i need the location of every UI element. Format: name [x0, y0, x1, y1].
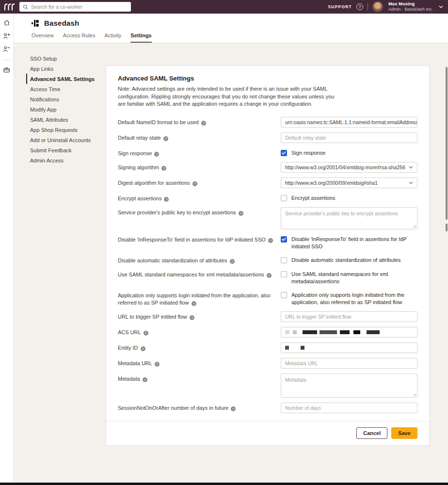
metadata-url-label: Metadata URL? — [118, 358, 167, 369]
sidebar-item-app-links[interactable]: App Links — [26, 64, 106, 74]
default-nameid-format-input[interactable]: urn:oasis:names:tc:SAML:1.1:nameid-forma… — [281, 117, 417, 128]
tab-overview[interactable]: Overview — [32, 32, 54, 43]
sidebar-item-app-shop-requests[interactable]: App Shop Requests — [26, 125, 106, 135]
redacted-block — [285, 330, 289, 334]
field-row-sp-flow-url: URL to trigger SP initited flow?URL to t… — [118, 311, 417, 322]
sidebar-item-sso-setup[interactable]: SSO Setup — [26, 53, 106, 64]
field-row-default-nameid-format: Default NameID format to be used?urn:oas… — [118, 117, 417, 128]
scrollbar-thumb[interactable] — [446, 67, 448, 220]
disable-inresponseto-label: Disable 'InResponseTo' field in assertio… — [118, 234, 281, 250]
sidebar-item-admin-access[interactable]: Admin Access — [26, 155, 106, 165]
field-row-default-relay-state: Default relay state?Default relay state — [118, 132, 417, 143]
info-icon[interactable]: ? — [268, 238, 273, 243]
metadata-url-input[interactable]: Metadata URL — [281, 358, 417, 369]
sidebar-item-add-or-uninstall-accounts[interactable]: Add or Uninstall Accounts — [26, 135, 106, 145]
redacted-block — [340, 330, 350, 334]
top-bar: Search for a co-worker SUPPORT ? Max Mus… — [0, 0, 448, 14]
info-icon[interactable]: ? — [161, 166, 166, 171]
offboard-person-icon[interactable] — [3, 45, 11, 53]
user-menu[interactable]: Max Musing Admin · BaseDash Inc. — [388, 1, 433, 12]
chevron-down-icon — [409, 181, 413, 184]
sidebar-item-notifications[interactable]: Notifications — [26, 94, 106, 104]
disable-auto-standardization-checkbox[interactable] — [281, 257, 287, 263]
sign-response-label: Sign response? — [118, 148, 167, 157]
info-icon[interactable]: ? — [230, 259, 235, 264]
signing-algorithm-select[interactable]: http://www.w3.org/2001/04/xmldsig-more#r… — [281, 162, 417, 173]
info-icon[interactable]: ? — [155, 362, 160, 367]
info-icon[interactable]: ? — [192, 301, 196, 306]
chevron-down-icon[interactable] — [439, 5, 443, 8]
field-row-session-days: SessionNotOnOrAfter number of days in fu… — [118, 403, 417, 413]
saml-standard-namespaces-checkbox[interactable] — [281, 271, 287, 277]
info-icon[interactable]: ? — [143, 377, 147, 382]
digest-algorithm-label: Digest algorithm for assertions? — [118, 178, 205, 188]
sp-public-key-textarea[interactable]: Service provider's public key to encrypt… — [281, 207, 417, 229]
support-link[interactable]: SUPPORT — [328, 4, 352, 9]
sp-flow-url-label: URL to trigger SP initited flow? — [118, 311, 202, 322]
info-icon[interactable]: ? — [192, 181, 197, 186]
disable-inresponseto-checkbox[interactable] — [281, 236, 287, 242]
sp-initiated-only-label: Application only supports login initiate… — [118, 290, 281, 307]
sign-response-control: Sign response — [281, 148, 417, 157]
info-icon[interactable]: ? — [201, 121, 206, 126]
sidebar-item-submit-feedback[interactable]: Submit Feedback — [26, 145, 106, 155]
metadata-textarea[interactable]: Metadata — [281, 373, 417, 398]
sign-response-checkbox-label: Sign response — [291, 149, 325, 157]
rippling-logo-icon[interactable] — [4, 3, 16, 11]
info-icon[interactable]: ? — [190, 315, 194, 320]
home-icon[interactable] — [3, 19, 11, 27]
sidebar-item-saml-attributes[interactable]: SAML Attributes — [26, 114, 106, 125]
tab-access-rules[interactable]: Access Rules — [63, 32, 96, 43]
metadata-url-control: Metadata URL — [281, 358, 417, 369]
digest-algorithm-select[interactable]: http://www.w3.org/2000/09/xmldsig#sha1 — [281, 178, 417, 188]
redacted-block — [301, 346, 304, 350]
acs-url-redacted-value — [285, 327, 380, 337]
field-row-disable-auto-standardization: Disable automatic standardization of att… — [118, 255, 417, 264]
info-icon[interactable]: ? — [144, 331, 148, 336]
default-relay-state-input[interactable]: Default relay state — [281, 132, 417, 143]
disable-inresponseto-control: Disable 'InResponseTo' field in assertio… — [281, 234, 417, 250]
field-row-metadata-url: Metadata URL?Metadata URL — [118, 358, 417, 369]
add-person-icon[interactable] — [3, 32, 11, 40]
info-icon[interactable]: ? — [231, 406, 236, 411]
cancel-button[interactable]: Cancel — [356, 427, 387, 439]
left-rail — [0, 14, 14, 483]
signing-algorithm-control: http://www.w3.org/2001/04/xmldsig-more#r… — [281, 162, 417, 173]
disable-inresponseto-checkbox-group: Disable 'InResponseTo' field in assertio… — [281, 236, 417, 250]
sidebar-item-access-time[interactable]: Access Time — [26, 84, 106, 94]
info-icon[interactable]: ? — [267, 273, 272, 278]
field-row-sign-response: Sign response?Sign response — [118, 148, 417, 157]
help-icon[interactable]: ? — [356, 3, 363, 10]
encrypt-assertions-label: Encrypt assertions? — [118, 193, 176, 202]
briefcase-icon[interactable] — [3, 66, 11, 74]
info-icon[interactable]: ? — [164, 197, 169, 202]
sp-flow-url-input[interactable]: URL to trigger SP initited flow — [281, 311, 417, 322]
save-button[interactable]: Save — [391, 427, 417, 439]
tab-settings[interactable]: Settings — [130, 32, 151, 43]
encrypt-assertions-control: Encrypt assertions — [281, 193, 417, 202]
tab-activity[interactable]: Activity — [104, 32, 121, 43]
field-row-saml-standard-namespaces: Use SAML standard namespaces for xml met… — [118, 269, 417, 285]
entity-id-label: Entity ID? — [118, 342, 153, 353]
info-icon[interactable]: ? — [239, 211, 243, 216]
session-days-input[interactable]: Number of days — [281, 403, 417, 413]
sp-initiated-only-checkbox[interactable] — [281, 292, 287, 298]
sidebar-item-modify-app[interactable]: Modify App — [26, 104, 106, 114]
scrollbar-thumb-secondary[interactable] — [446, 224, 448, 231]
sign-response-checkbox[interactable] — [281, 150, 287, 156]
sidebar-item-advanced-saml-settings[interactable]: Advanced SAML Settings — [26, 74, 106, 84]
entity-id-input[interactable] — [281, 342, 417, 353]
info-icon[interactable]: ? — [154, 152, 159, 157]
encrypt-assertions-checkbox[interactable] — [281, 195, 287, 201]
field-row-sp-public-key: Service provider's public key to encrypt… — [118, 207, 417, 229]
avatar[interactable] — [372, 1, 383, 12]
search-input[interactable]: Search for a co-worker — [19, 2, 131, 12]
info-icon[interactable]: ? — [163, 136, 168, 141]
sp-initiated-only-checkbox-label: Application only supports login initiate… — [291, 291, 417, 306]
acs-url-input[interactable] — [281, 327, 417, 338]
info-icon[interactable]: ? — [141, 346, 145, 351]
signing-algorithm-label: Signing algorithm? — [118, 162, 174, 173]
disable-auto-standardization-checkbox-group: Disable automatic standardization of att… — [281, 257, 417, 264]
app-header: Basedash OverviewAccess RulesActivitySet… — [14, 14, 448, 43]
field-row-signing-algorithm: Signing algorithm?http://www.w3.org/2001… — [118, 162, 417, 173]
